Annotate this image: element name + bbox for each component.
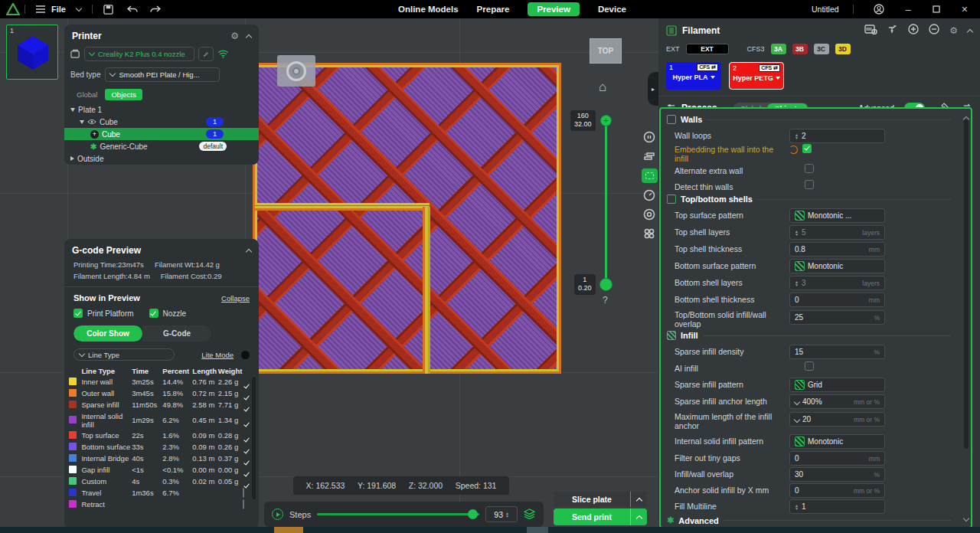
filament-card-2[interactable]: 2CFS ⇄ Hyper PETG [729,62,784,90]
revert-icon[interactable] [789,146,798,154]
tree-item-cube-group[interactable]: Cube 1 [64,116,259,128]
line-type-dropdown[interactable]: Line Type [74,348,175,361]
anchor-solid-input[interactable]: 0mm or % [789,483,885,498]
slot-3d[interactable]: 3D [835,44,851,54]
panel-collapse-handle[interactable]: ▸ [648,72,658,106]
layer-slider-bottom-handle[interactable] [599,278,612,291]
expand-icon[interactable] [80,120,84,124]
collapse-icon[interactable] [70,156,74,161]
plate-thumbnail[interactable]: 1 [6,25,58,80]
slice-options-arrow[interactable] [630,492,647,507]
lite-mode-link[interactable]: Lite Mode [201,351,234,359]
alternate-extra-wall-checkbox[interactable] [805,164,814,173]
send-print-button[interactable]: Send print [554,508,647,525]
section-walls[interactable]: Walls [667,115,951,124]
row-visibility-checkbox[interactable] [243,499,244,509]
section-advanced[interactable]: ✱Advanced [667,515,951,525]
filament-card-1[interactable]: 1CFS ⇄ Hyper PLA [666,62,721,90]
tree-item-generic-cube[interactable]: ✱ Generic-Cube default [64,140,259,152]
send-options-arrow[interactable] [630,508,647,525]
eye-icon[interactable] [87,119,96,125]
slot-3a[interactable]: 3A [771,44,786,54]
chevron-down-icon[interactable] [77,8,81,11]
ams-icon[interactable] [864,24,877,38]
slice-plate-button[interactable]: Slice plate [554,492,647,507]
save-icon[interactable] [103,5,113,15]
internal-solid-pattern-select[interactable]: Monotonic [789,434,885,449]
tiny-gaps-input[interactable]: 0mm [789,451,885,466]
dropdown-arrow[interactable] [710,76,715,79]
section-infill[interactable]: Infill [667,331,951,340]
bottom-shell-thickness-input[interactable]: 0mm [789,293,885,307]
collapse-panel-icon[interactable] [247,247,251,254]
anchor-length-select[interactable]: 400%mm or % [789,394,885,409]
account-icon[interactable] [874,4,884,15]
flush-icon[interactable] [887,24,898,38]
row-visibility-checkbox[interactable] [243,488,244,498]
undo-icon[interactable] [127,5,138,14]
play-button[interactable] [272,508,283,520]
remove-filament-icon[interactable] [929,24,939,38]
ext-button[interactable]: EXT [686,44,729,54]
edit-printer-button[interactable] [198,47,214,61]
view-cube[interactable]: TOP [590,38,622,64]
collapse-panel-icon[interactable] [247,33,251,40]
bottom-surface-pattern-select[interactable]: Monotonic [789,259,885,273]
table-scrollbar[interactable] [252,377,256,499]
sparse-pattern-select[interactable]: Grid [789,378,885,392]
steps-slider[interactable] [317,513,479,515]
tab-preview[interactable]: Preview [528,2,579,16]
print-platform-checkbox[interactable] [74,309,83,318]
line-type-view-icon[interactable] [642,168,658,183]
wifi-icon[interactable] [217,50,229,58]
temperature-view-icon[interactable] [642,208,656,221]
redo-icon[interactable] [150,5,161,14]
infill-wall-overlap-input[interactable]: 30% [789,467,885,482]
speed-view-icon[interactable] [642,130,656,144]
printer-tab-global[interactable]: Global [70,89,103,100]
close-button[interactable]: × [962,3,968,15]
bottom-shell-layers-input[interactable]: ▲▼3layers [789,276,885,290]
dropdown-arrow[interactable] [776,77,780,80]
steps-value-input[interactable]: 93 ▲▼ [485,506,518,522]
top-shell-layers-input[interactable]: ▲▼5layers [789,225,885,240]
top-shell-thickness-input[interactable]: 0.8mm [789,242,885,257]
collapse-link[interactable]: Collapse [221,294,250,302]
layer-list-icon[interactable] [642,149,656,163]
layers-icon[interactable] [524,508,535,521]
tab-online-models[interactable]: Online Models [398,5,459,14]
wall-loops-input[interactable]: ▲▼2 [789,129,885,143]
lite-mode-toggle[interactable] [241,351,250,359]
time-view-icon[interactable] [642,188,656,202]
expand-icon[interactable] [70,108,75,112]
nozzle-checkbox[interactable] [149,309,158,318]
scroll-down-icon[interactable] [964,515,969,522]
ai-infill-checkbox[interactable] [805,361,814,371]
params-scrollbar[interactable] [964,119,969,449]
top-surface-pattern-select[interactable]: Monotonic ... [789,208,885,223]
slot-3c[interactable]: 3C [814,44,829,54]
menu-icon[interactable] [36,5,45,13]
steps-slider-handle[interactable] [468,509,478,519]
help-icon[interactable]: ? [603,295,608,306]
tree-item-cube-selected[interactable]: + Cube 1 [64,128,259,140]
minimize-button[interactable]: – [906,4,911,15]
max-anchor-select[interactable]: 20mm or % [789,412,885,427]
add-filament-icon[interactable] [908,24,919,38]
sparse-density-input[interactable]: 15% [789,345,885,359]
color-show-button[interactable]: Color Show [74,325,142,342]
filament-settings-gear-icon[interactable]: ⚙ [949,25,958,36]
embed-wall-checkbox[interactable] [802,144,812,153]
sliced-model-top-view[interactable] [253,63,561,374]
tab-prepare[interactable]: Prepare [477,5,510,14]
layer-slider-track[interactable] [605,121,607,284]
fill-multiline-input[interactable]: ▲▼1 [789,499,885,514]
more-views-icon[interactable] [642,227,656,240]
tb-overlap-input[interactable]: 25% [789,310,885,325]
home-view-icon[interactable]: ⌂ [599,80,606,95]
file-menu[interactable]: File [51,5,66,14]
slot-3b[interactable]: 3B [792,44,808,54]
printer-tab-objects[interactable]: Objects [105,89,142,100]
gcode-view-button[interactable]: G-Code [142,325,211,342]
collapse-filament-icon[interactable] [968,24,972,38]
